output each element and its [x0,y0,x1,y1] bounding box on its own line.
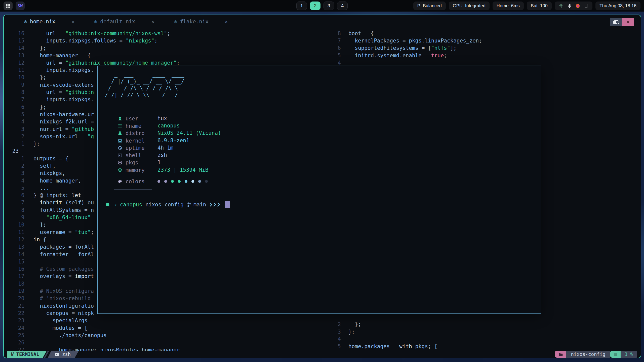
values-spacer [157,173,221,176]
hotspot-icon[interactable] [575,4,580,8]
launcher-button[interactable] [4,2,13,10]
code-text: specialArgs = [30,317,330,324]
close-tab-icon[interactable]: × [151,19,154,25]
line-number: 6 [4,192,30,198]
nix-snowflake-icon: ❄ [174,19,177,25]
code-line: 27 home-manager.nixosModules.home-manage… [4,346,330,351]
right-pane-bottom: 2 };3};45home.packages = with pkgs; [ [330,321,640,350]
line-number: 23 [4,318,30,324]
shell-segment: zsh [48,351,79,358]
line-number: 14 [4,251,30,257]
line-number: 6 [330,45,345,51]
line-number: 25 [4,332,30,338]
code-line: 5 initrd.systemd.enable = true; [330,52,640,59]
line-number: 17 [4,273,30,279]
workspace-button-1[interactable]: 1 [296,2,307,10]
right-pane-top: 8boot = {7 kernelPackages = pkgs.linuxPa… [330,30,640,66]
line-number: 10 [4,74,30,80]
palette-dot [157,180,160,183]
phone-icon[interactable] [584,4,588,8]
prompt-chevrons-icon [209,202,221,207]
line-number: 19 [4,288,30,294]
status-pill[interactable]: Home: 6ms [493,2,524,10]
code-line: 15 inputs.nixpkgs.follows = "nixpkgs"; [4,37,330,44]
status-pill[interactable]: P: Balanced [413,2,446,10]
status-pill[interactable]: GPU: Integrated [449,2,490,10]
fetch-value-hname: canopus [157,122,221,129]
fetch-row-shell: shell [114,152,152,159]
code-text: kernelPackages = pkgs.linuxPackages_zen; [345,37,640,44]
code-line: 26 [4,339,330,346]
fetch-row-uptime: uptime [114,144,152,152]
line-number: 1 [4,156,30,162]
terminal-color-palette [157,176,221,187]
network-icon[interactable] [559,4,564,8]
palette-icon [118,179,122,184]
wm-logo-button[interactable]: $W [16,2,25,10]
close-tab-icon[interactable]: × [71,19,74,25]
line-number: 23 [4,148,30,154]
tab-flake.nix[interactable]: ❄flake.nix× [168,19,233,25]
workspace-button-3[interactable]: 3 [324,2,334,10]
code-text: url = "github:nix-community/nixos-wsl"; [30,30,330,37]
tab-label: flake.nix [180,19,209,25]
code-text: }; [345,328,640,335]
fetch-value-kernel: 6.9.8-zen1 [157,137,221,144]
code-text: }; [30,44,330,52]
workspace-button-2[interactable]: 2 [310,2,320,10]
tab-label: default.nix [100,19,135,25]
fetch-value-uptime: 4h 1m [157,144,221,151]
line-number: 6 [4,104,30,110]
line-number: 8 [4,207,30,213]
fetch-row-hname: hname [114,122,152,129]
fetch-label: hname [126,123,141,129]
fetch-row-user: user [114,115,152,122]
code-text: initrd.systemd.enable = true; [345,52,640,59]
terminal-icon [55,352,59,356]
line-number: 11 [4,67,30,73]
code-text [345,335,640,343]
code-line: 8boot = { [330,30,640,37]
workspace-switcher: 1234 [296,2,348,10]
tab-default.nix[interactable]: ❄default.nix× [89,19,160,25]
prompt-arrow: → [113,202,117,208]
toggle-icon [613,20,619,24]
window-controls: × [610,18,634,26]
line-number: 21 [4,303,30,309]
line-number: 4 [330,60,345,66]
code-text: home-manager.nixosModules.home-manager [30,346,330,351]
line-number: 2 [330,321,345,327]
window-close-button[interactable]: × [622,18,634,26]
fetch-value-user: tux [157,115,221,122]
window-toggle-button[interactable] [610,18,622,26]
code-line: 16 url = "github:nix-community/nixos-wsl… [4,30,330,37]
code-line: 3}; [330,328,640,335]
line-number: 4 [4,178,30,184]
code-line: 6 supportedFilesystems = ["ntfs"]; [330,44,640,52]
palette-dot [185,180,187,183]
tab-home.nix[interactable]: ❄home.nix× [18,19,80,25]
shell-prompt: → canopus nixos-config main [105,201,230,208]
scroll-position-icon [610,351,621,358]
code-line: 24 modules = [ [4,324,330,332]
shell-label: zsh [62,351,71,357]
code-text: modules = [ [30,324,330,332]
code-text: ./hosts/canopus [30,332,330,339]
fetch-label: memory [126,167,145,173]
bluetooth-icon[interactable] [567,4,572,8]
line-number: 26 [4,340,30,346]
palette-dot [191,180,194,183]
clock[interactable]: Thu Aug 08, 18:16 [595,2,640,10]
line-number: 3 [4,126,30,132]
statusbar-right: nixos-config 3 % [555,351,637,358]
status-pill[interactable]: Bat: 100 [527,2,552,10]
line-number: 9 [4,82,30,88]
close-tab-icon[interactable]: × [225,19,228,25]
ghost-icon [105,202,110,207]
clock-icon [118,146,122,150]
line-number: 12 [4,60,30,66]
workspace-button-4[interactable]: 4 [337,2,348,10]
folder-icon [558,352,563,356]
line-number: 7 [4,97,30,103]
fetch-row-pkgs: pkgs [114,159,152,166]
